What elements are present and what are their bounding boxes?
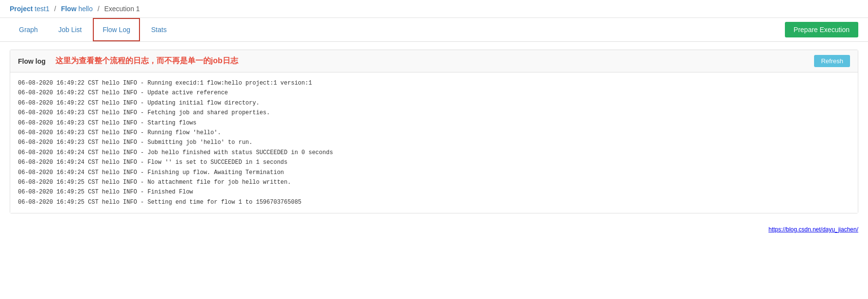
- log-line: 06-08-2020 16:49:23 CST hello INFO - Fet…: [18, 108, 850, 118]
- breadcrumb-execution: Execution 1: [104, 5, 139, 13]
- breadcrumb-project-bold: Project: [10, 5, 33, 13]
- footer-link: https://blog.csdn.net/dayu_jiachen/: [0, 221, 868, 238]
- log-line: 06-08-2020 16:49:25 CST hello INFO - Fin…: [18, 187, 850, 197]
- prepare-execution-button[interactable]: Prepare Execution: [785, 22, 858, 37]
- tab-stats[interactable]: Stats: [142, 18, 176, 41]
- breadcrumb-flow-name: hello: [78, 5, 93, 13]
- log-line: 06-08-2020 16:49:25 CST hello INFO - No …: [18, 177, 850, 187]
- breadcrumb-sep1: /: [54, 5, 56, 13]
- log-line: 06-08-2020 16:49:23 CST hello INFO - Sta…: [18, 118, 850, 128]
- flow-log-header-left: Flow log 这里为查看整个流程的日志，而不再是单一的job日志: [18, 56, 238, 66]
- log-line: 06-08-2020 16:49:24 CST hello INFO - Fin…: [18, 168, 850, 177]
- flow-log-header: Flow log 这里为查看整个流程的日志，而不再是单一的job日志 Refre…: [10, 50, 858, 72]
- log-content: 06-08-2020 16:49:22 CST hello INFO - Run…: [10, 72, 858, 213]
- breadcrumb-project-name: test1: [35, 5, 49, 13]
- tabs-bar: Graph Job List Flow Log Stats Prepare Ex…: [0, 18, 868, 42]
- tab-job-list[interactable]: Job List: [49, 18, 91, 41]
- breadcrumb-project-link[interactable]: Project test1: [10, 5, 52, 13]
- flow-log-annotation: 这里为查看整个流程的日志，而不再是单一的job日志: [55, 56, 238, 66]
- breadcrumb-sep2: /: [98, 5, 100, 13]
- log-line: 06-08-2020 16:49:22 CST hello INFO - Run…: [18, 78, 850, 88]
- breadcrumb-flow-bold: Flow: [61, 5, 76, 13]
- log-line: 06-08-2020 16:49:22 CST hello INFO - Upd…: [18, 88, 850, 98]
- tabs-left: Graph Job List Flow Log Stats: [10, 18, 178, 41]
- log-line: 06-08-2020 16:49:23 CST hello INFO - Run…: [18, 128, 850, 138]
- flow-log-title: Flow log: [18, 57, 46, 65]
- breadcrumb-flow-link[interactable]: Flow hello: [61, 5, 94, 13]
- tab-flow-log[interactable]: Flow Log: [93, 18, 140, 41]
- log-line: 06-08-2020 16:49:24 CST hello INFO - Job…: [18, 148, 850, 158]
- log-line: 06-08-2020 16:49:22 CST hello INFO - Upd…: [18, 98, 850, 108]
- breadcrumb: Project test1 / Flow hello / Execution 1: [0, 0, 868, 18]
- log-line: 06-08-2020 16:49:25 CST hello INFO - Set…: [18, 197, 850, 207]
- log-line: 06-08-2020 16:49:24 CST hello INFO - Flo…: [18, 158, 850, 167]
- tab-graph[interactable]: Graph: [10, 18, 47, 41]
- flow-log-container: Flow log 这里为查看整个流程的日志，而不再是单一的job日志 Refre…: [10, 50, 858, 213]
- log-line: 06-08-2020 16:49:23 CST hello INFO - Sub…: [18, 138, 850, 147]
- refresh-button[interactable]: Refresh: [814, 55, 850, 67]
- footer-blog-link[interactable]: https://blog.csdn.net/dayu_jiachen/: [768, 226, 858, 233]
